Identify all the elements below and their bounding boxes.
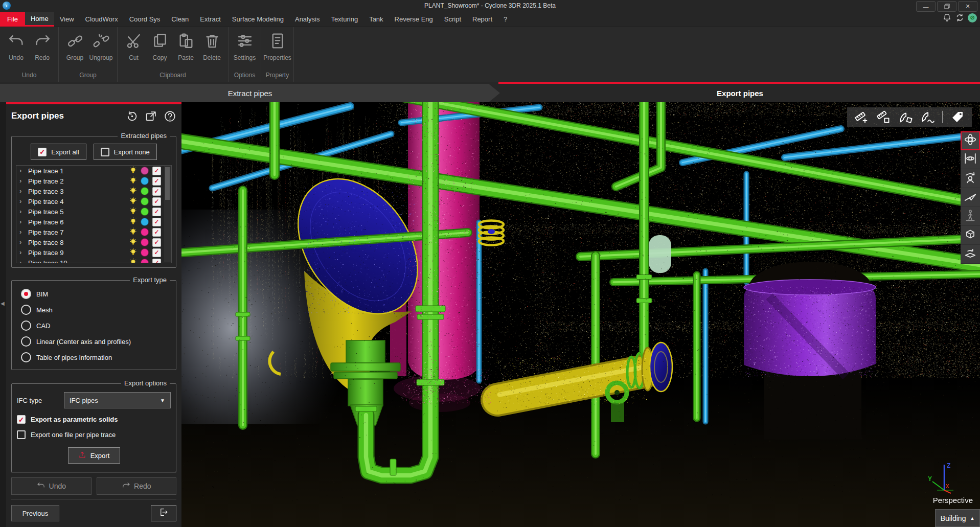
wizard-step-extract-pipes[interactable]: Extract pipes: [0, 84, 500, 102]
ribbon-button-delete[interactable]: Delete: [199, 30, 225, 70]
pipe-trace-row[interactable]: ›Pipe trace 7✓: [16, 227, 171, 237]
pipe-export-checkbox[interactable]: ✓: [152, 167, 161, 175]
checkbox-box[interactable]: ✓: [17, 415, 26, 424]
visibility-bulb-icon[interactable]: [129, 176, 137, 186]
ribbon-button-settings[interactable]: Settings: [232, 30, 258, 70]
pipe-trace-row[interactable]: ›Pipe trace 5✓: [16, 207, 171, 217]
pipe-color-swatch[interactable]: [141, 167, 149, 175]
menu-item-view[interactable]: View: [54, 12, 80, 27]
export-button[interactable]: Export: [68, 447, 120, 464]
export-none-button[interactable]: Export none: [94, 144, 157, 160]
panel-undo-button[interactable]: Undo: [11, 477, 92, 495]
pipe-trace-row[interactable]: ›Pipe trace 2✓: [16, 176, 171, 186]
measure-distance-icon[interactable]: [876, 110, 891, 124]
pipe-trace-row[interactable]: ›Pipe trace 9✓: [16, 247, 171, 258]
checkbox-box[interactable]: [17, 430, 26, 439]
ribbon-button-copy[interactable]: Copy: [147, 30, 173, 70]
radio-circle[interactable]: [21, 336, 31, 347]
measure-add-icon[interactable]: [854, 110, 869, 124]
menu-item-report[interactable]: Report: [467, 12, 498, 27]
menu-item-reverse-eng[interactable]: Reverse Eng: [389, 12, 439, 27]
pipe-color-swatch[interactable]: [141, 197, 149, 205]
pipe-export-checkbox[interactable]: ✓: [152, 238, 161, 247]
measure-angle-icon[interactable]: [898, 110, 913, 124]
pipe-trace-row[interactable]: ›Pipe trace 4✓: [16, 196, 171, 207]
radio-circle[interactable]: [21, 352, 31, 362]
pipe-export-checkbox[interactable]: ✓: [152, 197, 161, 206]
nav-tool-look-around-button[interactable]: [961, 169, 980, 188]
pipe-trace-row[interactable]: ›Pipe trace 10✓: [16, 258, 171, 263]
visibility-bulb-icon[interactable]: [129, 258, 137, 264]
visibility-bulb-icon[interactable]: [129, 217, 137, 227]
ribbon-button-paste[interactable]: Paste: [173, 30, 199, 70]
expand-chevron-icon[interactable]: ›: [19, 168, 25, 173]
visibility-bulb-icon[interactable]: [129, 166, 137, 176]
sync-icon[interactable]: [955, 13, 965, 22]
expand-chevron-icon[interactable]: ›: [19, 209, 25, 214]
exit-wizard-button[interactable]: [151, 505, 176, 521]
expand-chevron-icon[interactable]: ›: [19, 260, 25, 263]
menu-item-coord-sys[interactable]: Coord Sys: [124, 12, 166, 27]
expand-chevron-icon[interactable]: ›: [19, 219, 25, 224]
checkbox-export-as-parametric-solids[interactable]: ✓Export as parametric solids: [17, 415, 171, 424]
minimize-button[interactable]: —: [916, 1, 936, 12]
ribbon-button-cut[interactable]: Cut: [121, 30, 147, 70]
pipe-color-swatch[interactable]: [141, 238, 149, 246]
pipe-export-checkbox[interactable]: ✓: [152, 248, 161, 257]
pipe-export-checkbox[interactable]: ✓: [152, 228, 161, 237]
panel-collapse-handle[interactable]: ◀: [1, 301, 5, 306]
visibility-bulb-icon[interactable]: [129, 248, 137, 258]
nav-tool-constrained-orbit-button[interactable]: [961, 150, 980, 169]
ribbon-button-ungroup[interactable]: Ungroup: [88, 30, 114, 70]
export-all-button[interactable]: ✓ Export all: [31, 144, 86, 160]
menu-item-file[interactable]: File: [0, 12, 25, 27]
pipe-trace-list[interactable]: ›Pipe trace 1✓›Pipe trace 2✓›Pipe trace …: [16, 165, 172, 263]
expand-chevron-icon[interactable]: ›: [19, 250, 25, 255]
export-all-checkbox[interactable]: ✓: [38, 148, 47, 156]
pipe-color-swatch[interactable]: [141, 187, 149, 195]
pipe-trace-row[interactable]: ›Pipe trace 3✓: [16, 186, 171, 196]
radio-cad[interactable]: CAD: [21, 320, 171, 331]
radio-bim[interactable]: BIM: [21, 289, 171, 299]
bell-icon[interactable]: [942, 13, 952, 22]
checkbox-export-one-file-per-pipe-trace[interactable]: Export one file per pipe trace: [17, 430, 171, 439]
nav-tool-view-cube-button[interactable]: [961, 226, 980, 245]
ribbon-button-undo[interactable]: Undo: [3, 30, 29, 70]
close-button[interactable]: ✕: [958, 1, 977, 12]
expand-chevron-icon[interactable]: ›: [19, 199, 25, 204]
pipe-trace-row[interactable]: ›Pipe trace 6✓: [16, 217, 171, 227]
nav-tool-fly-button[interactable]: [961, 188, 980, 207]
visibility-bulb-icon[interactable]: [129, 197, 137, 207]
pipe-trace-row[interactable]: ›Pipe trace 8✓: [16, 237, 171, 247]
view-preset-button[interactable]: Building ▲: [935, 509, 980, 527]
ribbon-button-properties[interactable]: Properties: [264, 30, 290, 70]
panel-redo-button[interactable]: Redo: [97, 477, 177, 495]
nav-tool-orbit-button[interactable]: [961, 131, 980, 150]
menu-item-tank[interactable]: Tank: [363, 12, 389, 27]
radio-linear-center-axis-and-profiles[interactable]: Linear (Center axis and profiles): [21, 336, 171, 347]
tag-icon[interactable]: [950, 110, 965, 124]
previous-button[interactable]: Previous: [11, 505, 59, 521]
menu-item-analysis[interactable]: Analysis: [289, 12, 325, 27]
radio-circle[interactable]: [21, 289, 31, 299]
ifc-type-dropdown[interactable]: IFC pipes ▼: [64, 392, 171, 408]
menu-item-texturing[interactable]: Texturing: [325, 12, 363, 27]
history-icon[interactable]: [126, 110, 139, 123]
pipe-color-swatch[interactable]: [141, 177, 149, 185]
pipe-trace-row[interactable]: ›Pipe trace 1✓: [16, 166, 171, 176]
pipe-export-checkbox[interactable]: ✓: [152, 259, 161, 264]
pipe-color-swatch[interactable]: [141, 259, 149, 263]
pipe-export-checkbox[interactable]: ✓: [152, 218, 161, 226]
pipe-color-swatch[interactable]: [141, 248, 149, 257]
help-icon[interactable]: [164, 110, 176, 123]
visibility-bulb-icon[interactable]: [129, 187, 137, 196]
list-scrollbar-thumb[interactable]: [165, 167, 170, 200]
ribbon-button-group[interactable]: Group: [62, 30, 88, 70]
export-none-checkbox[interactable]: [101, 148, 109, 156]
radio-circle[interactable]: [21, 320, 31, 331]
expand-chevron-icon[interactable]: ›: [19, 189, 25, 194]
visibility-bulb-icon[interactable]: [129, 238, 137, 247]
nav-tool-walk-button[interactable]: [961, 207, 980, 226]
list-scrollbar[interactable]: [164, 166, 171, 262]
menu-item-extract[interactable]: Extract: [194, 12, 226, 27]
